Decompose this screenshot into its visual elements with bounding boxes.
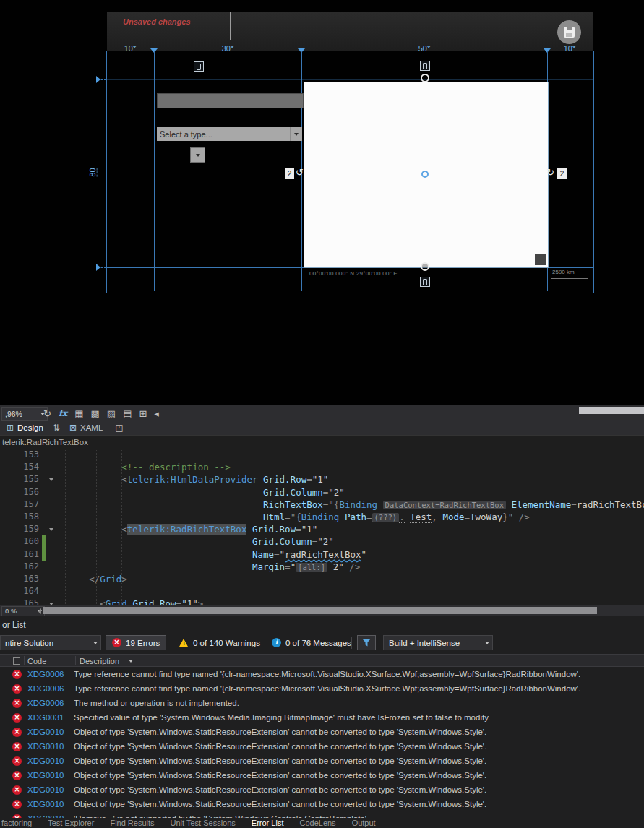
code-line[interactable]: 160 Grid.Column="2" — [0, 535, 644, 548]
editor-horizontal-scrollbar-thumb[interactable] — [43, 607, 597, 614]
rotate-right-icon[interactable] — [546, 167, 554, 178]
code-line[interactable]: 165 <Grid Grid.Row="1"> — [0, 598, 644, 605]
error-row[interactable]: XDG0006The method or operation is not im… — [0, 696, 644, 710]
code-line[interactable]: 157 RichTextBox="{Binding DataContext=Ra… — [0, 499, 644, 511]
error-row[interactable]: XDG0010Object of type 'System.Windows.St… — [0, 782, 644, 797]
breadcrumb[interactable]: telerik:RadRichTextBox — [0, 435, 644, 449]
error-code[interactable]: XDG0010 — [27, 785, 74, 794]
split-view-icon[interactable]: ▤ — [123, 408, 132, 419]
bottom-tab-output[interactable]: Output — [344, 818, 384, 828]
grid-row-height-label[interactable]: 80 — [88, 168, 98, 176]
textbox-preview[interactable] — [157, 93, 304, 108]
save-button[interactable] — [557, 20, 581, 44]
filter-button[interactable] — [357, 635, 376, 650]
error-row[interactable]: XDG0010Object of type 'System.Windows.St… — [0, 725, 644, 739]
bottom-tab-unit-test-sessions[interactable]: Unit Test Sessions — [163, 818, 244, 828]
collapse-toolbar-icon[interactable]: ◂ — [154, 408, 159, 419]
artboard-background-icon[interactable]: ▨ — [107, 408, 116, 419]
designer-horizontal-scrollbar-thumb[interactable] — [579, 407, 644, 414]
messages-filter-button[interactable]: 0 of 76 Messages — [266, 635, 357, 650]
error-row[interactable]: XDG0006Type reference cannot find type n… — [0, 667, 644, 681]
fold-margin[interactable] — [46, 473, 56, 486]
dropdown-button-preview[interactable] — [190, 147, 205, 163]
type-combobox-preview[interactable]: Select a type... — [157, 127, 302, 141]
error-row[interactable]: XDG0010Object of type 'System.Windows.St… — [0, 754, 644, 768]
code-line[interactable]: 162 Margin="[all:] 2" /> — [0, 561, 644, 573]
snap-grid-icon[interactable]: ▩ — [91, 408, 100, 419]
error-icon — [12, 800, 22, 809]
error-code[interactable]: XDG0010 — [27, 742, 74, 751]
snapline-toggle-icon[interactable]: ⊞ — [139, 408, 147, 419]
left-margin-badge[interactable]: 2 — [285, 168, 294, 179]
error-row[interactable]: XDG0031Specified value of type 'System.W… — [0, 710, 644, 725]
line-number: 160 — [0, 535, 39, 548]
right-margin-badge[interactable]: 2 — [557, 168, 567, 179]
code-line[interactable]: 163 </Grid> — [0, 573, 644, 585]
designer-zoom-value: ,96% — [5, 410, 22, 418]
code-line[interactable]: 155 <telerik:HtmlDataProvider Grid.Row="… — [0, 473, 644, 486]
error-code[interactable]: XDG0006 — [27, 670, 74, 678]
bottom-tab-codelens[interactable]: CodeLens — [291, 818, 343, 828]
bottom-tab-test-explorer[interactable]: Test Explorer — [40, 818, 102, 828]
top-resize-handle[interactable] — [421, 74, 429, 82]
swap-panes-icon[interactable] — [50, 423, 63, 433]
designer-zoom-combo[interactable]: ,96% — [1, 407, 48, 421]
fold-margin[interactable] — [46, 523, 56, 535]
code-line[interactable]: 154 <!-- description --> — [0, 461, 644, 473]
top-anchor-icon[interactable] — [420, 61, 430, 71]
bottom-tab-find-results[interactable]: Find Results — [102, 818, 162, 828]
designer-toolbar: ,96% ↻fx▦▩▨▤⊞◂ — [0, 405, 644, 421]
error-code[interactable]: XDG0006 — [27, 699, 74, 707]
center-handle[interactable] — [421, 171, 429, 178]
description-column-header[interactable]: Description — [80, 655, 119, 668]
editor-scroll-row: 0 % — [0, 605, 644, 616]
messages-count-label: 0 of 76 Messages — [285, 639, 351, 647]
code-line[interactable]: 164 — [0, 585, 644, 598]
fold-toggle-icon[interactable] — [49, 478, 53, 481]
scope-dropdown[interactable]: ntire Solution — [0, 635, 101, 650]
anchor-icon[interactable] — [194, 61, 204, 72]
scroll-left-icon[interactable] — [38, 608, 41, 614]
error-code[interactable]: XDG0010 — [27, 756, 74, 765]
row-marker-icon[interactable] — [96, 264, 100, 271]
source-dropdown[interactable]: Build + IntelliSense — [383, 635, 493, 650]
effects-icon[interactable]: fx — [59, 408, 67, 418]
error-code[interactable]: XDG0010 — [27, 771, 74, 780]
code-editor[interactable]: 153154 <!-- description -->155 <telerik:… — [0, 449, 644, 605]
error-code[interactable]: XDG0031 — [27, 713, 74, 722]
show-grid-icon[interactable]: ▦ — [74, 408, 83, 419]
bottom-tab-error-list[interactable]: Error List — [244, 818, 292, 828]
errors-filter-button[interactable]: 19 Errors — [106, 635, 166, 650]
code-line[interactable]: 161 Name="radRichTextBox" — [0, 548, 644, 561]
fold-toggle-icon[interactable] — [49, 528, 53, 531]
code-line[interactable]: 158 Html="{Binding Path=(???). Test, Mod… — [0, 511, 644, 523]
error-row[interactable]: XDG0010Object of type 'System.Windows.St… — [0, 739, 644, 754]
code-line[interactable]: 153 — [0, 449, 644, 461]
error-row[interactable]: XDG0010Object of type 'System.Windows.St… — [0, 768, 644, 782]
popout-icon[interactable] — [115, 423, 123, 433]
fold-margin[interactable] — [46, 598, 56, 605]
line-number: 165 — [0, 598, 39, 605]
tab-xaml[interactable]: XAML — [63, 421, 109, 435]
code-column-header[interactable]: Code — [27, 655, 46, 668]
tab-design[interactable]: Design — [0, 421, 50, 435]
error-row[interactable]: XDG0006Type reference cannot find type n… — [0, 681, 644, 696]
xaml-designer-surface: Unsaved changes 10* 30* 50* 10* 80 Selec… — [0, 0, 644, 405]
bottom-tab-factoring[interactable]: factoring — [0, 818, 40, 828]
bottom-anchor-icon[interactable] — [420, 277, 430, 287]
row-marker-icon[interactable] — [96, 76, 100, 83]
bottom-resize-handle[interactable] — [421, 262, 429, 271]
resize-grip[interactable] — [535, 254, 546, 265]
code-line[interactable]: 159 <telerik:RadRichTextBox Grid.Row="1" — [0, 523, 644, 535]
error-row[interactable]: XDG0010Object of type 'System.Windows.St… — [0, 797, 644, 811]
error-code[interactable]: XDG0010 — [27, 800, 74, 808]
error-description: Object of type 'System.Windows.StaticRes… — [74, 728, 644, 736]
error-code[interactable]: XDG0010 — [27, 728, 74, 736]
severity-column-icon[interactable] — [13, 657, 20, 665]
refresh-preview-icon[interactable]: ↻ — [43, 408, 51, 419]
error-description: Object of type 'System.Windows.StaticRes… — [74, 756, 644, 765]
rotate-left-icon[interactable] — [296, 167, 304, 178]
error-code[interactable]: XDG0006 — [27, 684, 74, 693]
warnings-filter-button[interactable]: 0 of 140 Warnings — [173, 635, 266, 650]
code-line[interactable]: 156 Grid.Column="2" — [0, 486, 644, 499]
